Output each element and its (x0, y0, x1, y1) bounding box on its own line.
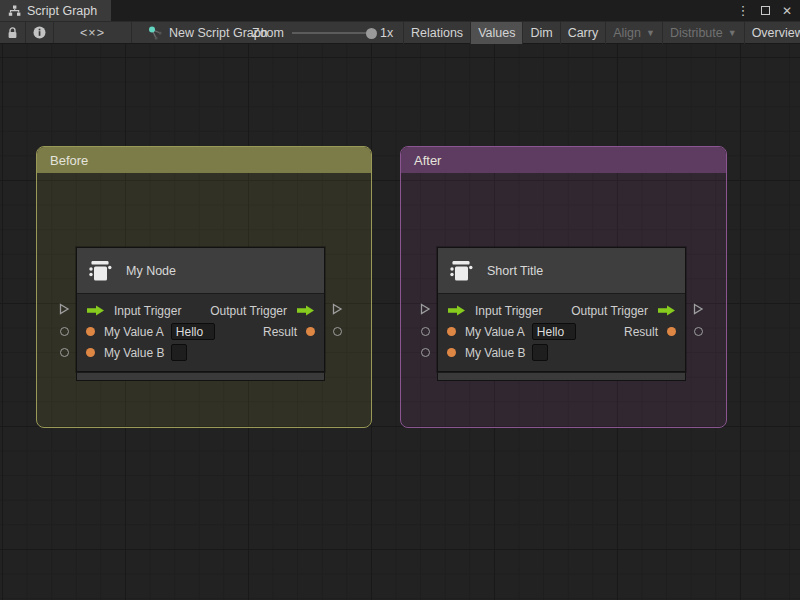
kebab-menu-icon[interactable]: ⋮ (734, 2, 752, 20)
node-short-title: Short Title Input Trigger Output Trigger (437, 247, 686, 381)
trigger-arrow-icon[interactable] (447, 305, 466, 316)
info-button[interactable] (26, 22, 54, 43)
close-icon[interactable]: ✕ (778, 2, 796, 20)
code-view-button[interactable]: <×> (54, 22, 132, 43)
group-before-header[interactable]: Before (37, 147, 371, 173)
node-footer (437, 372, 686, 381)
node-header[interactable]: My Node (77, 248, 324, 294)
trigger-arrow-icon[interactable] (86, 305, 105, 316)
script-graph-asset-icon (148, 26, 163, 40)
maximize-icon[interactable] (756, 2, 774, 20)
value-b-label: My Value B (104, 346, 164, 360)
ext-value-b-port[interactable] (419, 346, 431, 358)
input-trigger-label: Input Trigger (114, 304, 181, 318)
node-title: My Node (126, 264, 176, 278)
ext-value-a-port[interactable] (419, 325, 431, 337)
value-a-label: My Value A (104, 325, 164, 339)
unit-node-icon (87, 257, 114, 284)
window-tab-bar: Script Graph ⋮ ✕ (0, 0, 800, 21)
group-before-label: Before (50, 153, 88, 168)
toolbar-button-dim[interactable]: Dim (523, 22, 560, 44)
tab-script-graph[interactable]: Script Graph (0, 0, 111, 21)
unit-node-icon (448, 257, 475, 284)
input-trigger-label: Input Trigger (475, 304, 542, 318)
value-port-icon[interactable] (306, 327, 315, 336)
toolbar-button-relations[interactable]: Relations (404, 22, 471, 44)
graph-canvas[interactable]: Before After My Node (0, 44, 800, 600)
value-port-icon[interactable] (447, 327, 456, 336)
zoom-slider[interactable] (292, 32, 372, 34)
ext-trigger-out-port[interactable] (331, 303, 343, 315)
output-trigger-label: Output Trigger (571, 304, 648, 318)
group-after-header[interactable]: After (401, 147, 726, 173)
ext-trigger-in-port[interactable] (419, 303, 431, 315)
value-a-input[interactable] (532, 323, 576, 340)
value-a-label: My Value A (465, 325, 525, 339)
node-footer (76, 372, 325, 381)
node-header[interactable]: Short Title (438, 248, 685, 294)
toolbar-button-distribute[interactable]: Distribute ▼ (663, 22, 745, 44)
chevron-down-icon: ▼ (646, 28, 655, 38)
toolbar-button-carry[interactable]: Carry (561, 22, 607, 44)
group-after-label: After (414, 153, 441, 168)
value-port-icon[interactable] (667, 327, 676, 336)
trigger-arrow-icon[interactable] (296, 305, 315, 316)
trigger-arrow-icon[interactable] (657, 305, 676, 316)
value-b-label: My Value B (465, 346, 525, 360)
tab-title: Script Graph (27, 4, 97, 18)
zoom-value: 1x (380, 26, 393, 40)
code-icon: <×> (80, 26, 105, 40)
output-trigger-label: Output Trigger (210, 304, 287, 318)
value-port-icon[interactable] (86, 348, 95, 357)
result-label: Result (624, 325, 658, 339)
result-label: Result (263, 325, 297, 339)
node-title: Short Title (487, 264, 543, 278)
zoom-label: Zoom (252, 26, 284, 40)
value-a-input[interactable] (171, 323, 215, 340)
ext-result-port[interactable] (331, 325, 343, 337)
ext-trigger-in-port[interactable] (58, 303, 70, 315)
toolbar-button-align[interactable]: Align ▼ (606, 22, 663, 44)
ext-trigger-out-port[interactable] (692, 303, 704, 315)
graph-toolbar: <×> New Script Graph Zoom 1x Relations V… (0, 21, 800, 44)
ext-value-a-port[interactable] (58, 325, 70, 337)
lock-button[interactable] (0, 22, 26, 43)
lock-icon (7, 27, 18, 39)
value-b-input[interactable] (532, 344, 548, 361)
ext-value-b-port[interactable] (58, 346, 70, 358)
ext-result-port[interactable] (692, 325, 704, 337)
value-b-input[interactable] (171, 344, 187, 361)
value-port-icon[interactable] (86, 327, 95, 336)
graph-hierarchy-icon (8, 5, 21, 17)
node-my-node: My Node Input Trigger Output Trigger (76, 247, 325, 381)
toolbar-button-overview[interactable]: Overview (745, 22, 800, 44)
value-port-icon[interactable] (447, 348, 456, 357)
zoom-slider-handle[interactable] (366, 28, 377, 39)
chevron-down-icon: ▼ (728, 28, 737, 38)
toolbar-button-values[interactable]: Values (471, 22, 523, 44)
info-icon (33, 26, 46, 39)
